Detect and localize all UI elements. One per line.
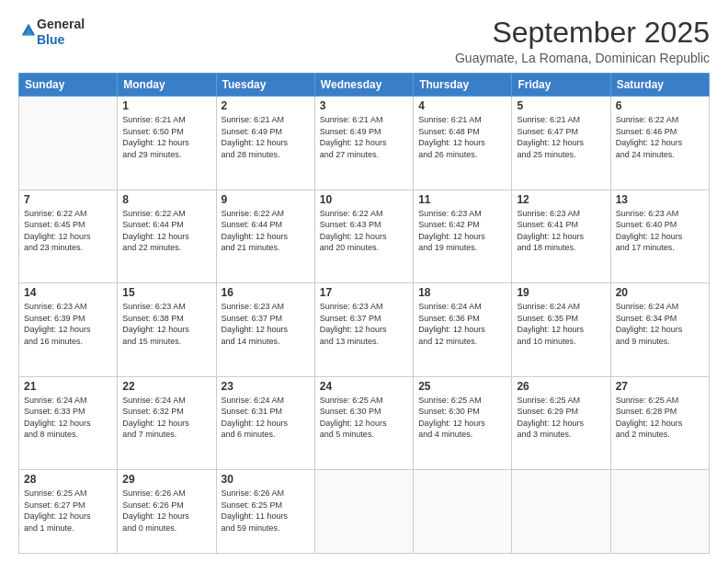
calendar-cell: 20Sunrise: 6:24 AMSunset: 6:34 PMDayligh…	[610, 283, 709, 376]
cell-info: Sunrise: 6:25 AMSunset: 6:30 PMDaylight:…	[418, 395, 506, 441]
calendar-header-row: SundayMondayTuesdayWednesdayThursdayFrid…	[19, 74, 710, 97]
day-number: 21	[24, 380, 112, 393]
calendar-cell: 3Sunrise: 6:21 AMSunset: 6:49 PMDaylight…	[314, 97, 413, 190]
header: General Blue September 2025 Guaymate, La…	[18, 17, 710, 65]
month-title: September 2025	[455, 17, 710, 49]
day-number: 2	[222, 99, 310, 112]
weekday-header: Thursday	[414, 74, 512, 97]
calendar-cell: 26Sunrise: 6:25 AMSunset: 6:29 PMDayligh…	[512, 376, 610, 469]
calendar-cell: 18Sunrise: 6:24 AMSunset: 6:36 PMDayligh…	[414, 283, 512, 376]
calendar-cell: 6Sunrise: 6:22 AMSunset: 6:46 PMDaylight…	[610, 97, 709, 190]
day-number: 29	[122, 473, 210, 486]
cell-info: Sunrise: 6:22 AMSunset: 6:43 PMDaylight:…	[320, 208, 408, 254]
cell-info: Sunrise: 6:25 AMSunset: 6:28 PMDaylight:…	[616, 395, 704, 441]
day-number: 13	[616, 193, 704, 206]
cell-info: Sunrise: 6:24 AMSunset: 6:36 PMDaylight:…	[418, 301, 506, 347]
day-number: 17	[320, 286, 408, 299]
day-number: 26	[517, 380, 605, 393]
cell-info: Sunrise: 6:23 AMSunset: 6:42 PMDaylight:…	[418, 208, 506, 254]
calendar-cell	[610, 470, 709, 554]
calendar-week-row: 7Sunrise: 6:22 AMSunset: 6:45 PMDaylight…	[19, 190, 710, 282]
weekday-header: Tuesday	[216, 74, 314, 97]
calendar-cell: 28Sunrise: 6:25 AMSunset: 6:27 PMDayligh…	[19, 470, 118, 554]
calendar-cell: 29Sunrise: 6:26 AMSunset: 6:26 PMDayligh…	[118, 470, 216, 554]
calendar-cell: 16Sunrise: 6:23 AMSunset: 6:37 PMDayligh…	[216, 283, 314, 376]
calendar-cell: 23Sunrise: 6:24 AMSunset: 6:31 PMDayligh…	[216, 376, 314, 469]
day-number: 15	[122, 286, 210, 299]
day-number: 25	[418, 380, 506, 393]
calendar-cell: 24Sunrise: 6:25 AMSunset: 6:30 PMDayligh…	[314, 376, 413, 469]
title-block: September 2025 Guaymate, La Romana, Domi…	[455, 17, 710, 65]
calendar-cell: 19Sunrise: 6:24 AMSunset: 6:35 PMDayligh…	[512, 283, 610, 376]
calendar-cell	[512, 470, 610, 554]
weekday-header: Friday	[512, 74, 610, 97]
calendar-week-row: 1Sunrise: 6:21 AMSunset: 6:50 PMDaylight…	[19, 97, 710, 190]
cell-info: Sunrise: 6:22 AMSunset: 6:44 PMDaylight:…	[222, 208, 310, 254]
calendar-cell: 10Sunrise: 6:22 AMSunset: 6:43 PMDayligh…	[314, 190, 413, 282]
day-number: 27	[616, 380, 704, 393]
weekday-header: Wednesday	[314, 74, 413, 97]
logo-general-text: General	[37, 17, 85, 31]
day-number: 14	[24, 286, 112, 299]
cell-info: Sunrise: 6:26 AMSunset: 6:25 PMDaylight:…	[222, 488, 310, 534]
day-number: 8	[122, 193, 210, 206]
day-number: 18	[418, 286, 506, 299]
calendar-cell	[414, 470, 512, 554]
day-number: 6	[616, 99, 704, 112]
day-number: 7	[24, 193, 112, 206]
day-number: 10	[320, 193, 408, 206]
day-number: 4	[418, 99, 506, 112]
calendar-cell: 2Sunrise: 6:21 AMSunset: 6:49 PMDaylight…	[216, 97, 314, 190]
day-number: 5	[517, 99, 605, 112]
weekday-header: Sunday	[19, 74, 118, 97]
day-number: 11	[418, 193, 506, 206]
cell-info: Sunrise: 6:21 AMSunset: 6:49 PMDaylight:…	[222, 114, 310, 160]
day-number: 24	[320, 380, 408, 393]
cell-info: Sunrise: 6:21 AMSunset: 6:49 PMDaylight:…	[320, 114, 408, 160]
calendar-cell: 25Sunrise: 6:25 AMSunset: 6:30 PMDayligh…	[414, 376, 512, 469]
calendar-cell: 4Sunrise: 6:21 AMSunset: 6:48 PMDaylight…	[414, 97, 512, 190]
cell-info: Sunrise: 6:22 AMSunset: 6:44 PMDaylight:…	[122, 208, 210, 254]
logo-icon	[20, 22, 37, 39]
calendar-cell: 5Sunrise: 6:21 AMSunset: 6:47 PMDaylight…	[512, 97, 610, 190]
calendar-cell: 7Sunrise: 6:22 AMSunset: 6:45 PMDaylight…	[19, 190, 118, 282]
cell-info: Sunrise: 6:22 AMSunset: 6:46 PMDaylight:…	[616, 114, 704, 160]
cell-info: Sunrise: 6:23 AMSunset: 6:38 PMDaylight:…	[122, 301, 210, 347]
logo-blue-text: Blue	[37, 32, 64, 47]
calendar-table: SundayMondayTuesdayWednesdayThursdayFrid…	[18, 73, 710, 554]
day-number: 23	[222, 380, 310, 393]
cell-info: Sunrise: 6:24 AMSunset: 6:35 PMDaylight:…	[517, 301, 605, 347]
day-number: 20	[616, 286, 704, 299]
day-number: 28	[24, 473, 112, 486]
calendar-cell	[19, 97, 118, 190]
weekday-header: Saturday	[610, 74, 709, 97]
day-number: 9	[222, 193, 310, 206]
cell-info: Sunrise: 6:25 AMSunset: 6:29 PMDaylight:…	[517, 395, 605, 441]
day-number: 3	[320, 99, 408, 112]
page: General Blue September 2025 Guaymate, La…	[0, 0, 728, 563]
weekday-header: Monday	[118, 74, 216, 97]
calendar-cell: 1Sunrise: 6:21 AMSunset: 6:50 PMDaylight…	[118, 97, 216, 190]
day-number: 22	[122, 380, 210, 393]
cell-info: Sunrise: 6:23 AMSunset: 6:37 PMDaylight:…	[222, 301, 310, 347]
location: Guaymate, La Romana, Dominican Republic	[455, 51, 710, 65]
calendar-cell: 8Sunrise: 6:22 AMSunset: 6:44 PMDaylight…	[118, 190, 216, 282]
cell-info: Sunrise: 6:23 AMSunset: 6:40 PMDaylight:…	[616, 208, 704, 254]
cell-info: Sunrise: 6:24 AMSunset: 6:32 PMDaylight:…	[122, 395, 210, 441]
calendar-week-row: 21Sunrise: 6:24 AMSunset: 6:33 PMDayligh…	[19, 376, 710, 469]
calendar-cell: 12Sunrise: 6:23 AMSunset: 6:41 PMDayligh…	[512, 190, 610, 282]
calendar-cell: 15Sunrise: 6:23 AMSunset: 6:38 PMDayligh…	[118, 283, 216, 376]
cell-info: Sunrise: 6:26 AMSunset: 6:26 PMDaylight:…	[122, 488, 210, 534]
calendar-cell: 22Sunrise: 6:24 AMSunset: 6:32 PMDayligh…	[118, 376, 216, 469]
cell-info: Sunrise: 6:24 AMSunset: 6:31 PMDaylight:…	[222, 395, 310, 441]
cell-info: Sunrise: 6:23 AMSunset: 6:39 PMDaylight:…	[24, 301, 112, 347]
calendar-week-row: 14Sunrise: 6:23 AMSunset: 6:39 PMDayligh…	[19, 283, 710, 376]
calendar-cell	[314, 470, 413, 554]
day-number: 19	[517, 286, 605, 299]
cell-info: Sunrise: 6:23 AMSunset: 6:37 PMDaylight:…	[320, 301, 408, 347]
calendar-cell: 11Sunrise: 6:23 AMSunset: 6:42 PMDayligh…	[414, 190, 512, 282]
calendar-cell: 21Sunrise: 6:24 AMSunset: 6:33 PMDayligh…	[19, 376, 118, 469]
cell-info: Sunrise: 6:24 AMSunset: 6:34 PMDaylight:…	[616, 301, 704, 347]
calendar-cell: 17Sunrise: 6:23 AMSunset: 6:37 PMDayligh…	[314, 283, 413, 376]
calendar-week-row: 28Sunrise: 6:25 AMSunset: 6:27 PMDayligh…	[19, 470, 710, 554]
